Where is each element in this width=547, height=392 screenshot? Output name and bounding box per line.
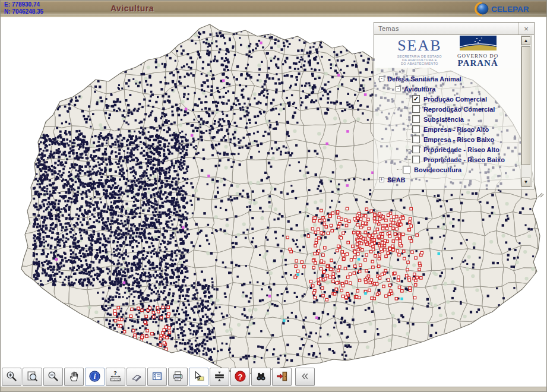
tree-item-seab: +SEAB: [375, 175, 520, 185]
tree-item-label: Avicultura: [404, 86, 435, 93]
coordinate-e: E: 778930.74: [4, 1, 43, 8]
collapse-node-icon[interactable]: -: [379, 76, 384, 81]
layer-checkbox[interactable]: [412, 156, 420, 163]
help-button[interactable]: ?: [230, 368, 250, 386]
zoom-in-icon: [5, 370, 18, 384]
zoom-out-icon: [47, 370, 59, 384]
status-bar: [1, 387, 546, 391]
select-label-icon: [192, 370, 205, 384]
page-title: Avicultura: [110, 4, 154, 13]
exit-icon: [276, 370, 288, 384]
tree-item-empresa-risco-alto: Empresa - Risco Alto: [375, 124, 520, 134]
erase-button[interactable]: [127, 368, 146, 386]
tree-item-label: SEAB: [387, 176, 406, 184]
tree-item-propriedade-risco-baixo: Propriedade - Risco Baixo: [375, 154, 520, 165]
gov-logo-line2: PARANÁ: [457, 59, 498, 68]
panel-scrollbar[interactable]: ▲ ▼: [521, 36, 532, 187]
layer-tree: -Defesa Sanitária Animal-Avicultura✓Prod…: [375, 70, 520, 188]
tree-item-label: Bovideocultura: [414, 166, 461, 173]
info-icon: i: [88, 370, 101, 384]
tree-item-label: Empresa - Risco Baixo: [423, 136, 494, 143]
parana-flag-icon: [460, 36, 497, 50]
layer-checkbox[interactable]: [412, 105, 420, 113]
find-icon: [255, 370, 267, 384]
tree-item-label: Reprodução Comercial: [423, 106, 495, 113]
governo-parana-logo: GOVERNO DO PARANÁ: [457, 36, 498, 68]
seab-logo-name: SEAB: [397, 38, 442, 53]
scroll-up-icon[interactable]: ▲: [521, 36, 530, 45]
swipe-icon: [213, 370, 226, 384]
themes-panel-title: Temas: [374, 25, 518, 32]
collapse-button[interactable]: [295, 368, 315, 386]
svg-text:?: ?: [238, 372, 242, 381]
zoom-window-button[interactable]: [23, 368, 42, 386]
tree-item-label: Empresa - Risco Alto: [423, 126, 489, 133]
help-icon: ?: [234, 370, 246, 384]
coordinate-readout: E: 778930.74 N: 7046248.35: [4, 1, 43, 15]
find-button[interactable]: [251, 368, 271, 386]
tree-item-label: Propriedade - Risco Baixo: [423, 156, 505, 163]
panel-resize-grip[interactable]: [537, 189, 544, 200]
pan-button[interactable]: [64, 368, 84, 386]
layer-checkbox[interactable]: [412, 125, 420, 133]
tree-item-produ-o-comercial: ✓Produção Comercial: [375, 94, 520, 104]
measure-button[interactable]: ?: [106, 368, 125, 386]
select-label-button[interactable]: [189, 368, 208, 386]
svg-text:?: ?: [113, 370, 116, 376]
svg-text:i: i: [94, 372, 96, 381]
collapse-node-icon[interactable]: -: [396, 86, 401, 91]
zoom-in-button[interactable]: [2, 368, 21, 386]
map-toolbar: i??: [2, 368, 315, 386]
tree-item-label: Produção Comercial: [423, 96, 487, 103]
tree-item-propriedade-risco-alto: Propriedade - Risco Alto: [375, 144, 520, 154]
expand-node-icon[interactable]: +: [379, 177, 384, 182]
zoom-out-button[interactable]: [43, 368, 63, 386]
tree-item-label: Subsistência: [423, 116, 464, 123]
seab-logo-subtitle: SECRETARIA DE ESTADO DA AGRICULTURA E DO…: [397, 55, 442, 65]
tree-item-subsist-ncia: Subsistência: [375, 114, 520, 124]
legend-icon: [151, 370, 163, 384]
exit-button[interactable]: [272, 368, 292, 386]
tree-item-avicultura: -Avicultura: [375, 84, 520, 94]
layer-checkbox[interactable]: [412, 135, 420, 143]
header-bar: E: 778930.74 N: 7046248.35 Avicultura CE…: [1, 1, 546, 17]
layer-checkbox[interactable]: ✓: [412, 95, 420, 103]
seab-logo: SEAB SECRETARIA DE ESTADO DA AGRICULTURA…: [397, 38, 442, 65]
app-window: E: 778930.74 N: 7046248.35 Avicultura CE…: [0, 0, 547, 392]
legend-button[interactable]: [147, 368, 167, 386]
scrollbar-thumb[interactable]: [521, 46, 530, 165]
tree-item-empresa-risco-baixo: Empresa - Risco Baixo: [375, 134, 520, 144]
erase-icon: [130, 370, 143, 384]
close-icon[interactable]: ×: [518, 23, 534, 34]
collapse-icon: [299, 370, 311, 384]
tree-item-bovideocultura: Bovideocultura: [375, 165, 520, 175]
logo-strip: SEAB SECRETARIA DE ESTADO DA AGRICULTURA…: [375, 36, 521, 68]
swipe-button[interactable]: [210, 368, 229, 386]
print-button[interactable]: [168, 368, 188, 386]
celepar-logo-text: CELEPAR: [491, 5, 529, 14]
celepar-logo-icon: CELEPAR: [473, 2, 543, 16]
themes-panel: Temas × SEAB SECRETARIA DE ESTADO DA AGR…: [374, 22, 535, 189]
themes-panel-titlebar[interactable]: Temas ×: [374, 23, 534, 35]
tree-item-label: Propriedade - Risco Alto: [423, 146, 499, 153]
pan-icon: [68, 370, 80, 384]
layer-checkbox[interactable]: [412, 146, 420, 153]
tree-item-reprodu-o-comercial: Reprodução Comercial: [375, 104, 520, 114]
tree-item-label: Defesa Sanitária Animal: [387, 75, 461, 83]
scroll-down-icon[interactable]: ▼: [521, 178, 530, 186]
zoom-window-icon: [26, 370, 39, 384]
layer-checkbox[interactable]: [403, 166, 410, 173]
info-button[interactable]: i: [85, 368, 105, 386]
coordinate-n: N: 7046248.35: [4, 8, 43, 15]
celepar-logo: CELEPAR: [473, 2, 543, 16]
layer-checkbox[interactable]: [412, 115, 420, 123]
tree-item-defesa-sanit-ria-animal: -Defesa Sanitária Animal: [375, 74, 520, 84]
print-icon: [172, 370, 184, 384]
measure-icon: ?: [109, 370, 122, 384]
